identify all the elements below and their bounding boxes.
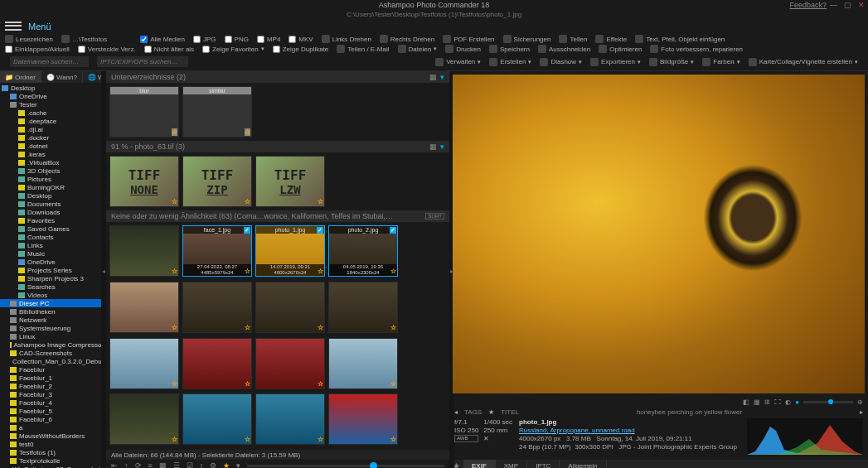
tree-item-searches[interactable]: Searches — [0, 282, 105, 291]
tree-item-faceblur[interactable]: Faceblur — [0, 365, 105, 374]
tree-item-contacts[interactable]: Contacts — [0, 233, 105, 241]
tree-item-cad-screenshots[interactable]: CAD-Screenshots — [0, 349, 105, 357]
title-value[interactable]: honeybee perching on yellow flower — [526, 408, 853, 416]
toolbar-text-pfeil-objekt-einf-gen[interactable]: Text, Pfeil, Objekt einfügen — [635, 35, 725, 43]
tree-item--virtualbox[interactable]: .VirtualBox — [0, 158, 105, 166]
prev-tool-icon[interactable]: ⛶ — [774, 398, 781, 406]
view-grid-icon[interactable]: ▦ — [159, 461, 167, 468]
meta-tab-iptc[interactable]: IPTC — [527, 460, 560, 468]
tree-item-collection-man-0-3-2-0-debug-test[interactable]: Collection_Man_0.3.2.0_Debug_Test — [0, 357, 105, 365]
tree-item-bibliotheken[interactable]: Bibliotheken — [0, 307, 105, 316]
thumbnail[interactable]: ☆ — [182, 393, 252, 445]
select-icon[interactable]: ☑ — [187, 461, 193, 468]
tree-item-faceblur-4[interactable]: Faceblur_4 — [0, 398, 105, 407]
tree-item-faceblur-2[interactable]: Faceblur_2 — [0, 382, 105, 390]
filter-icon[interactable]: ⚙ — [210, 461, 216, 468]
toolbar-rechts-drehen[interactable]: Rechts Drehen — [380, 35, 434, 43]
tree-item-onedrive[interactable]: OneDrive — [0, 258, 105, 266]
tree-item-faceblur-5[interactable]: Faceblur_5 — [0, 407, 105, 415]
tree-item-faceblur-6[interactable]: Faceblur_6 — [0, 415, 105, 423]
tree-item-mousewithoutborders[interactable]: MouseWithoutBorders — [0, 432, 105, 440]
tree-item--dji-ai[interactable]: .dji.ai — [0, 125, 105, 133]
sort-icon[interactable]: ↕ — [200, 461, 204, 468]
tags-next-icon[interactable]: ▸ — [860, 408, 863, 416]
toolbar-effekte[interactable]: Effekte — [595, 35, 627, 43]
tree-item-music[interactable]: Music — [0, 249, 105, 258]
thumbnail[interactable]: ☆ — [182, 282, 252, 333]
dropdown-erstellen[interactable]: Erstellen ▾ — [489, 58, 531, 66]
tree-item-favorites[interactable]: Favorites — [0, 216, 105, 224]
toolbar-teilen-e-mail[interactable]: Teilen / E-Mail — [337, 45, 389, 53]
meta-tab-exif[interactable]: EXIF — [463, 460, 496, 468]
thumbnail[interactable]: face_1.jpg27.04.2022, 08:27 4485x5979x24… — [182, 225, 252, 277]
thumbnail[interactable]: ☆ — [109, 225, 179, 277]
tree-item--deepface[interactable]: .deepface — [0, 117, 105, 125]
tree-item-onedrive[interactable]: OneDrive — [0, 92, 105, 100]
group-similar-header[interactable]: 91 % - photo_63.tif (3) ▦▾ — [106, 141, 449, 152]
prev-tool-icon[interactable]: ◧ — [743, 398, 749, 406]
group-nosim-header[interactable]: Keine oder zu wenig Ähnlichkeit (63) (Co… — [106, 210, 449, 222]
sidebar-tab-folders[interactable]: 📁 Ordner — [0, 71, 41, 83]
tree-item-3d-objects[interactable]: 3D Objects — [0, 166, 105, 175]
thumbnail[interactable]: ☆ — [109, 393, 179, 445]
group-grid-icon[interactable]: ▦ — [429, 73, 437, 81]
tree-item-winoptimizer-27-screenshots[interactable]: WinOptimizer_27_Screenshots — [0, 465, 105, 468]
tree-item-ashampoo-image-compressor[interactable]: Ashampoo Image Compressor — [0, 340, 105, 349]
dropdown-bildgr-e[interactable]: Bildgröße ▾ — [649, 58, 694, 66]
tree-item-links[interactable]: Links — [0, 241, 105, 249]
prev-tool-icon[interactable]: ● — [795, 398, 799, 406]
prev-tool-icon[interactable]: ◐ — [785, 398, 791, 406]
thumbnail[interactable]: ☆ — [255, 282, 325, 333]
testfotos-bookmark[interactable]: …\Testfotos — [61, 35, 107, 43]
tree-item-netzwerk[interactable]: Netzwerk — [0, 316, 105, 324]
toolbar-zeige-duplikate[interactable]: Zeige Duplikate — [273, 46, 329, 53]
sort-button[interactable]: SORT — [425, 213, 444, 220]
tree-item-textprotokolle[interactable]: Textprotokolle — [0, 456, 105, 465]
tree-item-tester[interactable]: Tester — [0, 100, 105, 109]
group-collapse-icon[interactable]: ▾ — [440, 142, 444, 151]
toolbar-mkv[interactable]: MKV — [289, 36, 313, 43]
tree-item-faceblur-3[interactable]: Faceblur_3 — [0, 390, 105, 398]
thumbnail[interactable]: ☆ — [109, 282, 179, 333]
toolbar-versteckte-verz-[interactable]: Versteckte Verz. — [78, 46, 136, 53]
thumbnail[interactable]: ☆ — [328, 393, 398, 445]
group-grid-icon[interactable]: ▦ — [429, 142, 437, 151]
nav-first-icon[interactable]: ⇤ — [111, 461, 118, 468]
tree-item-documents[interactable]: Documents — [0, 200, 105, 208]
tag-star-icon[interactable]: ★ — [488, 408, 494, 416]
toolbar-dateien[interactable]: Dateien ▾ — [398, 45, 438, 53]
toolbar-einklappen-aktuell[interactable]: Einklappen/Aktuell — [5, 46, 70, 53]
prev-tool-icon[interactable]: ⊕ — [857, 398, 863, 406]
meta-location-link[interactable]: Russland, Arpropopane, unnamed road — [519, 427, 737, 434]
prev-tool-icon[interactable]: ⊞ — [764, 398, 770, 406]
tree-item-dieser-pc[interactable]: Dieser PC — [0, 299, 105, 307]
tags-prev-icon[interactable]: ◂ — [454, 408, 458, 416]
thumbnail[interactable]: TIFFLZW☆ — [255, 156, 325, 207]
tree-item-linux[interactable]: Linux — [0, 332, 105, 340]
group-collapse-icon[interactable]: ▾ — [440, 73, 444, 81]
tree-item-saved-games[interactable]: Saved Games — [0, 224, 105, 233]
dropdown-karte-collage-vignette-erstellen[interactable]: Karte/Collage/Vignette erstellen ▾ — [749, 58, 858, 66]
maximize-button[interactable]: ▢ — [844, 1, 851, 9]
toolbar-jpg[interactable]: JPG — [193, 36, 216, 43]
close-button[interactable]: ✕ — [858, 1, 865, 9]
toolbar-links-drehen[interactable]: Links Drehen — [322, 35, 371, 43]
dropdown-exportieren[interactable]: Exportieren ▾ — [590, 58, 641, 66]
view-list-icon[interactable]: ≡ — [148, 461, 153, 468]
thumbnail[interactable]: ☆ — [328, 338, 398, 389]
star-filter-icon[interactable]: ★ — [223, 461, 230, 468]
more-icon[interactable]: ▾ — [236, 461, 240, 468]
thumbnail[interactable]: similar☆ — [182, 86, 252, 138]
preview-image[interactable] — [453, 75, 865, 393]
toolbar-zeige-favoriten[interactable]: Zeige Favoriten ▾ — [202, 46, 264, 53]
thumbnail[interactable]: TIFFNONE☆ — [109, 156, 179, 207]
tree-item-testfotos-1-[interactable]: Testfotos (1) — [0, 448, 105, 456]
minimize-button[interactable]: — — [830, 1, 837, 9]
toolbar-nicht-lter-als[interactable]: Nicht älter als — [144, 46, 194, 53]
tree-item-systemsteuerung[interactable]: Systemsteuerung — [0, 324, 105, 332]
tree-item-test0[interactable]: test0 — [0, 440, 105, 448]
thumbnail[interactable]: ☆ — [182, 338, 252, 389]
tree-item-videos[interactable]: Videos — [0, 291, 105, 299]
collapse-left-icon[interactable]: ◂ — [101, 71, 106, 468]
toolbar-ausschneiden[interactable]: Ausschneiden — [538, 45, 590, 53]
